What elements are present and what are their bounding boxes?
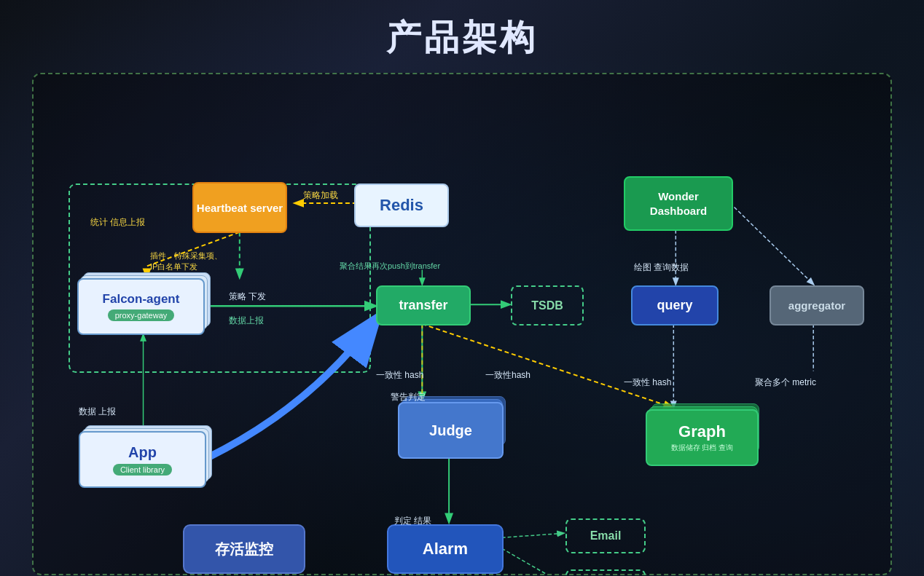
label-draw-query: 绘图 查询数据 — [634, 261, 689, 274]
label-alert-judge: 警告判定 — [391, 391, 426, 403]
label-data-upload2: 数据 上报 — [79, 406, 116, 418]
aggregator-label: aggregator — [788, 299, 845, 312]
query-label: query — [657, 298, 692, 313]
app-cards: App Client library — [79, 431, 210, 497]
architecture-diagram: Heartbeat server Redis WonderDashboard t… — [32, 73, 892, 575]
svg-line-7 — [422, 324, 672, 407]
app-card-front: App Client library — [79, 431, 206, 488]
graph-subtitle: 数据储存 归档 查询 — [671, 443, 734, 453]
label-hash2: 一致性hash — [485, 369, 530, 382]
alive-monitor-node: 存活监控 — [183, 524, 305, 574]
svg-line-13 — [502, 548, 564, 574]
falcon-card-front: Falcon-agent proxy-gateway — [77, 278, 205, 335]
transfer-node: transfer — [376, 285, 471, 326]
wonder-dashboard-node: WonderDashboard — [624, 176, 733, 231]
alarm-label: Alarm — [423, 540, 468, 559]
label-hash3: 一致性 hash — [624, 376, 671, 389]
heartbeat-label: Heartbeat server — [197, 202, 283, 214]
alarm-node: Alarm — [387, 524, 504, 574]
redis-label: Redis — [380, 196, 423, 215]
judge-card-front: Judge — [398, 402, 504, 459]
label-tongji: 统计 信息上报 — [90, 216, 145, 229]
svg-line-10 — [730, 203, 813, 284]
graph-card-front: Graph 数据储存 归档 查询 — [646, 409, 759, 466]
falcon-agent-cards: Falcon-agent proxy-gateway — [77, 278, 208, 344]
label-strategy-push: 策略 下发 — [229, 291, 266, 303]
wonder-label: WonderDashboard — [650, 189, 707, 218]
sms-node: 短信 — [565, 569, 646, 576]
falcon-agent-stack: Falcon-agent proxy-gateway — [77, 278, 208, 344]
tsdb-node: TSDB — [511, 285, 584, 326]
alive-monitor-label: 存活监控 — [215, 540, 273, 559]
falcon-agent-label: Falcon-agent — [103, 292, 180, 307]
graph-stack: Graph 数据储存 归档 查询 — [646, 409, 759, 475]
client-library-badge: Client library — [113, 464, 172, 476]
svg-line-12 — [502, 533, 564, 537]
app-stack: App Client library — [79, 431, 210, 497]
graph-label: Graph — [678, 422, 726, 441]
email-label: Email — [590, 529, 622, 543]
label-strategy-load: 策略加载 — [303, 189, 338, 202]
main-container: 产品架构 — [0, 0, 924, 576]
label-plugin: 插件、特殊采集项、IP白名单下发 — [150, 250, 222, 272]
label-push-transfer: 聚合结果再次push到transfer — [340, 261, 440, 272]
tsdb-label: TSDB — [531, 299, 563, 312]
judge-stack: Judge — [398, 402, 504, 467]
query-node: query — [631, 285, 719, 326]
page-title: 产品架构 — [386, 15, 538, 61]
label-data-upload1: 数据上报 — [229, 315, 264, 327]
redis-node: Redis — [354, 184, 449, 227]
aggregator-node: aggregator — [770, 285, 864, 326]
heartbeat-server-node: Heartbeat server — [192, 182, 287, 233]
proxy-gateway-badge: proxy-gateway — [108, 309, 175, 321]
judge-label: Judge — [429, 422, 472, 439]
app-label: App — [128, 444, 157, 461]
transfer-label: transfer — [399, 298, 447, 313]
email-node: Email — [565, 518, 646, 553]
label-aggregate: 聚合多个 metric — [755, 376, 816, 389]
label-hash1: 一致性 hash — [376, 369, 423, 382]
label-judge-result: 判定 结果 — [394, 515, 431, 527]
